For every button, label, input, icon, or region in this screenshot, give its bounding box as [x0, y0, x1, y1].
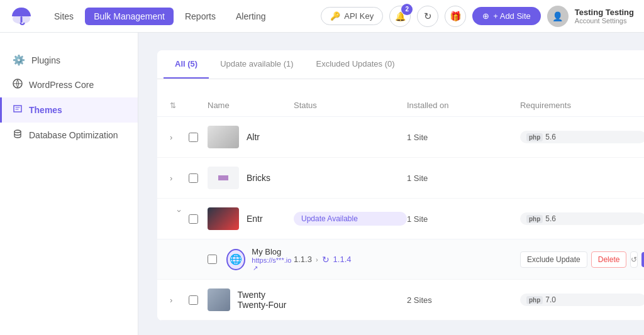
twentyfour-php: php 7.0	[520, 294, 644, 306]
sidebar-item-database[interactable]: Database Optimization	[0, 123, 138, 148]
expand-bricks[interactable]: ›	[170, 173, 189, 183]
table-row: › Twenty Twenty-Four 2 Sites php 7.0	[157, 280, 644, 321]
update-button[interactable]: Update	[641, 252, 644, 267]
myblog-avatar: 🌐	[226, 249, 245, 270]
entr-name: Entr	[247, 214, 263, 224]
filter-tabs: All (5) Update available (1) Excluded Up…	[157, 50, 644, 79]
tab-update-available[interactable]: Update available (1)	[209, 50, 304, 79]
entr-thumbnail	[208, 207, 239, 230]
add-site-button[interactable]: ⊕ + Add Site	[472, 7, 541, 25]
bricks-thumbnail	[208, 167, 239, 189]
checkbox-twentyfour[interactable]	[189, 295, 198, 305]
notifications-button[interactable]: 🔔 2	[389, 6, 411, 27]
api-key-button[interactable]: 🔑 API Key	[321, 7, 383, 25]
col-name: Name	[208, 101, 294, 110]
version-flow: 1.1.3 › ↻ 1.1.4	[294, 255, 407, 265]
expand-twentyfour[interactable]: ›	[170, 295, 189, 305]
bricks-sites: 1 Site	[407, 173, 520, 183]
main-nav: Sites Bulk Management Reports Alerting	[45, 8, 321, 25]
nav-reports[interactable]: Reports	[176, 8, 225, 25]
sidebar-item-plugins[interactable]: ⚙️ Plugins	[0, 48, 138, 72]
themes-icon	[13, 104, 23, 116]
myblog-url[interactable]: https://s***.io ↗	[252, 256, 294, 272]
main-content: All (5) Update available (1) Excluded Up…	[138, 33, 644, 335]
page-wrapper: ⚙️ Plugins WordPress Core Themes Databas…	[0, 33, 644, 335]
checkbox-altr[interactable]	[189, 133, 198, 142]
sidebar-item-themes[interactable]: Themes	[0, 97, 138, 123]
col-status: Status	[294, 101, 407, 110]
user-menu[interactable]: 👤 Testing Testing Account Settings	[547, 6, 634, 27]
sidebar-item-wordpress-core[interactable]: WordPress Core	[0, 72, 138, 97]
external-link-icon: ↗	[253, 265, 258, 272]
sidebar: ⚙️ Plugins WordPress Core Themes Databas…	[0, 33, 138, 335]
gift-icon: 🎁	[450, 11, 462, 22]
nav-bulk-management[interactable]: Bulk Management	[85, 8, 174, 25]
reset-button[interactable]: ↺	[630, 251, 638, 268]
myblog-name: My Blog	[252, 247, 294, 256]
key-icon: 🔑	[330, 11, 340, 21]
logo-area	[10, 5, 33, 28]
altr-thumbnail	[208, 126, 239, 148]
user-info: Testing Testing Account Settings	[575, 8, 634, 25]
twentyfour-name: Twenty Twenty-Four	[238, 290, 294, 310]
sub-row-actions: Exclude Update Delete ↺ Update 1.1.3 › 1…	[520, 251, 644, 268]
umbrella-logo	[10, 5, 33, 28]
altr-sites: 1 Site	[407, 133, 520, 142]
delete-button[interactable]: Delete	[591, 251, 627, 268]
entr-php: php 5.6	[520, 212, 644, 225]
user-name: Testing Testing	[575, 8, 634, 17]
version-icon: ↻	[322, 255, 330, 265]
account-settings-link[interactable]: Account Settings	[575, 17, 634, 25]
col-installed-on: Installed on	[407, 101, 520, 110]
refresh-icon: ↻	[424, 11, 432, 22]
notification-badge: 2	[401, 4, 413, 15]
exclude-update-button[interactable]: Exclude Update	[520, 251, 587, 268]
altr-name: Altr	[247, 132, 260, 142]
tab-excluded-updates[interactable]: Excluded Updates (0)	[305, 50, 406, 79]
checkbox-myblog[interactable]	[208, 255, 217, 264]
nav-sites[interactable]: Sites	[45, 8, 82, 25]
nav-alerting[interactable]: Alerting	[227, 8, 274, 25]
themes-table: ⇅ Name Status Installed on Requirements …	[157, 94, 644, 321]
expand-entr[interactable]: ›	[175, 209, 184, 228]
expand-altr[interactable]: ›	[170, 133, 189, 142]
wordpress-icon	[13, 79, 23, 91]
table-header: ⇅ Name Status Installed on Requirements	[157, 94, 644, 117]
refresh-button[interactable]: ↻	[417, 6, 438, 27]
twentyfour-thumbnail	[208, 288, 230, 311]
database-icon	[13, 129, 23, 141]
entr-status: Update Available	[294, 212, 407, 226]
header-right: 🔑 API Key 🔔 2 ↻ 🎁 ⊕ + Add Site 👤 Testing…	[321, 6, 634, 27]
table-row: › Entr Update Available 1 Site php 5.6	[157, 199, 644, 280]
plugins-icon: ⚙️	[13, 54, 25, 66]
twentyfour-sites: 2 Sites	[407, 295, 520, 305]
avatar: 👤	[547, 6, 569, 27]
header: Sites Bulk Management Reports Alerting 🔑…	[0, 0, 644, 33]
gift-button[interactable]: 🎁	[445, 6, 466, 27]
svg-rect-1	[21, 16, 23, 23]
checkbox-bricks[interactable]	[189, 173, 198, 183]
table-row: › Bricks 1 Site	[157, 158, 644, 199]
checkbox-entr[interactable]	[189, 214, 198, 224]
entr-sites: 1 Site	[407, 214, 520, 224]
plus-circle-icon: ⊕	[482, 11, 489, 21]
altr-php: php 5.6	[520, 131, 644, 143]
content-area: All (5) Update available (1) Excluded Up…	[157, 50, 644, 321]
sort-icon[interactable]: ⇅	[170, 101, 189, 110]
svg-point-3	[14, 130, 21, 133]
sub-row-myblog: 🌐 My Blog https://s***.io ↗	[157, 239, 644, 279]
bricks-name: Bricks	[247, 173, 270, 183]
tab-all[interactable]: All (5)	[164, 50, 209, 79]
col-requirements: Requirements	[520, 101, 644, 110]
table-row: › Altr 1 Site php 5.6	[157, 117, 644, 158]
